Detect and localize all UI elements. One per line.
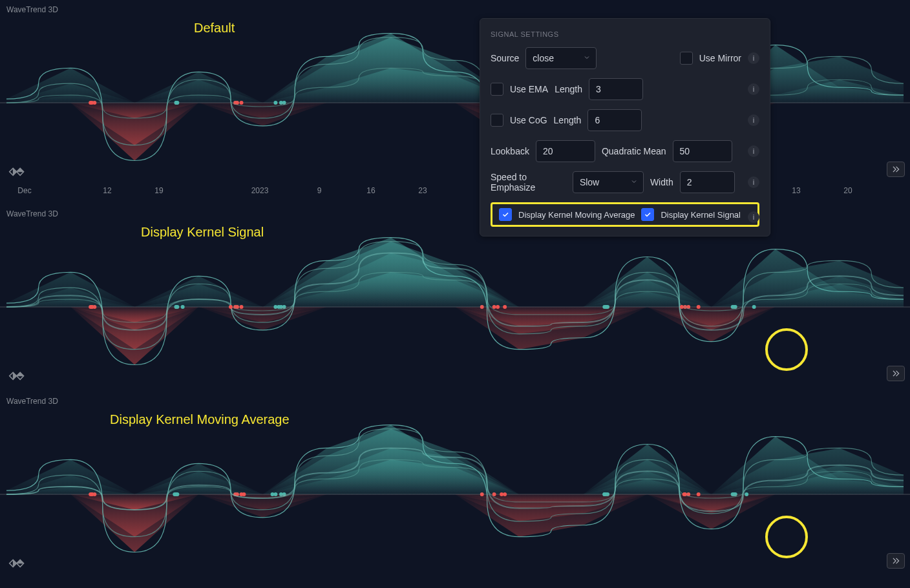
- svg-point-50: [90, 305, 94, 309]
- more-button[interactable]: [887, 366, 905, 381]
- speed-label: Speed to Emphasize: [491, 172, 566, 193]
- more-button[interactable]: [887, 553, 905, 569]
- svg-point-55: [604, 305, 608, 309]
- cog-length-label: Length: [554, 115, 582, 125]
- width-label: Width: [650, 177, 673, 187]
- svg-point-84: [173, 492, 176, 496]
- svg-point-87: [500, 492, 503, 496]
- wave-chart[interactable]: [0, 0, 910, 184]
- tradingview-logo: ⬗⬘: [9, 369, 23, 381]
- svg-point-52: [229, 305, 233, 309]
- ema-length-label: Length: [555, 84, 582, 94]
- svg-point-53: [277, 305, 280, 309]
- svg-point-88: [602, 492, 606, 496]
- svg-point-17: [90, 101, 94, 105]
- display-kma-label: Display Kernel Moving Average: [518, 210, 635, 220]
- svg-point-18: [175, 101, 179, 105]
- qmean-input[interactable]: 50: [673, 140, 732, 162]
- display-kernel-highlight: Display Kernel Moving Average Display Ke…: [491, 202, 759, 227]
- wave-chart[interactable]: [0, 392, 910, 575]
- speed-select[interactable]: Slow: [573, 171, 644, 193]
- svg-point-19: [240, 101, 244, 105]
- chevron-down-icon: [630, 177, 638, 187]
- display-ks-label: Display Kernel Signal: [661, 210, 741, 220]
- time-axis: Dec 12 19 2023 9 16 23 13 20: [0, 185, 910, 199]
- svg-point-86: [271, 492, 275, 496]
- svg-point-56: [680, 305, 684, 309]
- tradingview-logo: ⬗⬘: [9, 556, 23, 569]
- chart-panel-signal: WaveTrend 3D Display Kernel Signal ⬗⬘: [0, 204, 910, 388]
- more-button[interactable]: [887, 162, 905, 177]
- qmean-label: Quadratic Mean: [602, 146, 666, 156]
- info-icon[interactable]: i: [748, 83, 759, 95]
- use-cog-label: Use CoG: [510, 115, 547, 125]
- svg-point-54: [496, 305, 500, 309]
- cog-length-input[interactable]: 6: [587, 109, 642, 131]
- use-ema-checkbox[interactable]: [491, 83, 503, 96]
- tradingview-logo: ⬗⬘: [9, 165, 23, 177]
- svg-point-83: [90, 492, 94, 496]
- info-icon[interactable]: i: [748, 114, 759, 126]
- display-kma-checkbox[interactable]: [499, 208, 512, 221]
- svg-point-89: [682, 492, 686, 496]
- lookback-label: Lookback: [491, 146, 529, 156]
- info-icon[interactable]: i: [748, 176, 759, 188]
- svg-point-20: [273, 101, 277, 105]
- width-input[interactable]: 2: [680, 171, 735, 193]
- chart-panel-ma: WaveTrend 3D Display Kernel Moving Avera…: [0, 392, 910, 575]
- use-mirror-checkbox[interactable]: [680, 52, 693, 65]
- chart-panel-default: WaveTrend 3D Default ⬗⬘: [0, 0, 910, 184]
- display-ks-checkbox[interactable]: [641, 208, 654, 221]
- lookback-input[interactable]: 20: [536, 140, 595, 162]
- info-icon[interactable]: i: [748, 52, 759, 64]
- info-icon[interactable]: i: [748, 211, 759, 223]
- settings-title: SIGNAL SETTINGS: [491, 30, 759, 38]
- svg-point-85: [242, 492, 246, 496]
- source-select[interactable]: close: [525, 47, 597, 69]
- chevron-down-icon: [583, 53, 591, 63]
- source-label: Source: [491, 53, 519, 63]
- svg-point-51: [181, 305, 185, 309]
- use-mirror-label: Use Mirror: [699, 53, 741, 63]
- info-icon[interactable]: i: [748, 145, 759, 157]
- use-ema-label: Use EMA: [510, 84, 548, 94]
- svg-point-90: [745, 492, 748, 496]
- wave-chart[interactable]: [0, 204, 910, 388]
- use-cog-checkbox[interactable]: [491, 114, 503, 127]
- signal-settings-panel: SIGNAL SETTINGS Source close Use Mirror …: [480, 18, 770, 236]
- svg-point-57: [752, 305, 756, 309]
- ema-length-input[interactable]: 3: [589, 78, 643, 100]
